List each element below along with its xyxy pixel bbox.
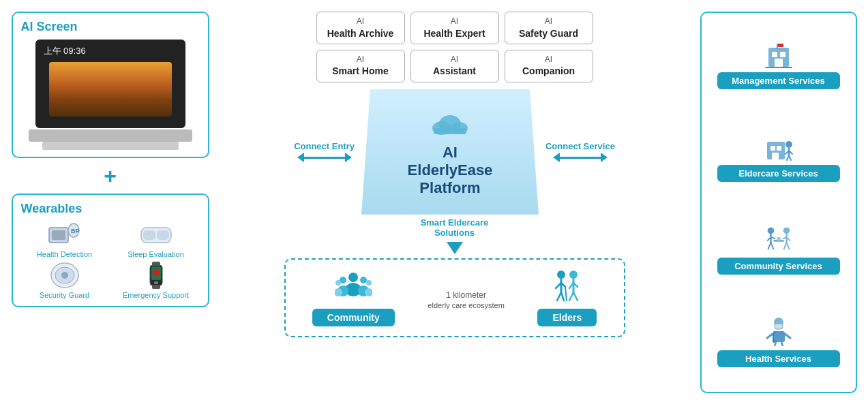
elder-icon xyxy=(548,269,586,303)
feature-name-4: Assistant xyxy=(418,65,492,77)
wearable-label-emergency-support: Emergency Support xyxy=(123,291,189,299)
svg-point-37 xyxy=(569,271,578,279)
svg-line-41 xyxy=(569,292,573,301)
svg-line-35 xyxy=(561,292,564,301)
svg-point-60 xyxy=(767,227,774,234)
ai-features-grid: AI Health Archive AI Health Expert AI Sa… xyxy=(316,12,593,82)
svg-line-59 xyxy=(789,155,791,160)
center-column: AI Health Archive AI Health Expert AI Sa… xyxy=(216,12,693,337)
svg-point-9 xyxy=(61,272,68,279)
down-arrow-wrap xyxy=(447,242,463,254)
feature-box-smart-home: AI Smart Home xyxy=(316,50,405,82)
svg-point-67 xyxy=(783,227,790,234)
svg-line-42 xyxy=(573,292,578,301)
wearable-item-security-guard: Security Guard xyxy=(21,262,108,299)
feature-name-3: Smart Home xyxy=(324,65,398,77)
svg-line-72 xyxy=(786,242,789,249)
svg-point-79 xyxy=(773,340,775,343)
device-time: 上午 09:36 xyxy=(44,45,86,57)
connect-service-text: Connect Service xyxy=(545,141,615,151)
svg-rect-46 xyxy=(775,59,783,67)
feature-name-5: Companion xyxy=(512,65,586,77)
svg-point-30 xyxy=(557,271,565,279)
health-services-icon xyxy=(762,316,796,346)
svg-rect-47 xyxy=(777,44,778,49)
device-stand xyxy=(42,142,179,150)
wearables-grid: BP Health Detection Sleep Evaluatio xyxy=(21,221,200,299)
left-column: AI Screen 上午 09:36 + Wearables xyxy=(12,12,209,307)
connect-entry-arrow xyxy=(297,153,352,162)
sleep-evaluation-icon xyxy=(139,221,173,247)
feature-name-1: Health Expert xyxy=(418,27,492,40)
svg-line-71 xyxy=(783,242,786,249)
svg-rect-44 xyxy=(772,52,777,57)
community-services-button[interactable]: Community Services xyxy=(717,258,840,275)
plus-sign: + xyxy=(12,165,209,187)
arrow-line-right xyxy=(560,157,601,159)
security-guard-icon xyxy=(48,262,82,288)
svg-rect-48 xyxy=(778,44,783,47)
svg-rect-53 xyxy=(772,153,779,159)
svg-line-65 xyxy=(770,242,773,249)
community-button[interactable]: Community xyxy=(312,309,395,326)
wearable-label-security-guard: Security Guard xyxy=(40,291,89,299)
wearable-item-health-detection: BP Health Detection xyxy=(21,221,108,258)
smart-eldercare-label: Smart Eldercare Solutions xyxy=(421,217,489,238)
svg-line-80 xyxy=(775,342,776,346)
arrow-head-left-right xyxy=(345,153,352,162)
svg-point-20 xyxy=(348,273,358,282)
svg-line-36 xyxy=(565,287,567,301)
svg-rect-73 xyxy=(777,237,781,241)
service-item-eldercare: Eldercare Services xyxy=(708,131,849,182)
wearable-label-sleep-evaluation: Sleep Evaluation xyxy=(128,250,184,258)
right-column: Management Services xyxy=(700,12,857,393)
svg-rect-1 xyxy=(52,230,65,240)
elders-svg xyxy=(552,269,582,303)
eco-km-text: 1 kilometer xyxy=(428,286,505,301)
ai-screen-box: AI Screen 上午 09:36 xyxy=(12,12,209,158)
svg-point-54 xyxy=(785,141,792,148)
community-svg xyxy=(335,271,372,301)
connect-entry-text: Connect Entry xyxy=(294,141,355,151)
svg-point-14 xyxy=(153,269,160,276)
management-services-button[interactable]: Management Services xyxy=(717,72,840,89)
svg-rect-6 xyxy=(157,230,169,240)
arrow-head-right-right xyxy=(601,153,608,162)
device-base xyxy=(29,129,192,142)
health-services-button[interactable]: Health Services xyxy=(717,350,840,367)
health-services-svg xyxy=(762,316,796,346)
svg-rect-12 xyxy=(152,285,160,289)
cloud-icon xyxy=(430,110,470,137)
management-icon xyxy=(762,38,796,68)
platform-title: AI ElderlyEase Platform xyxy=(375,144,525,198)
elders-button[interactable]: Elders xyxy=(537,309,597,326)
connect-service-arrow xyxy=(553,153,608,162)
svg-line-64 xyxy=(768,242,770,249)
feature-ai-label-4: AI xyxy=(418,55,492,65)
service-item-health: Health Services xyxy=(708,316,849,367)
feature-box-health-archive: AI Health Archive xyxy=(316,12,405,44)
service-item-community: Community Services xyxy=(708,224,849,275)
ecosystem-box: Community 1 kilometer elderly care ecosy… xyxy=(284,258,625,337)
arrow-line-left xyxy=(304,157,345,159)
arrow-head-right-left xyxy=(553,153,560,162)
community-services-icon xyxy=(762,224,796,253)
emergency-support-icon xyxy=(139,262,173,288)
connect-service-label: Connect Service xyxy=(545,141,615,162)
solutions-label: Solutions xyxy=(434,228,475,238)
svg-rect-51 xyxy=(770,146,775,151)
platform-ai-label: AI xyxy=(443,144,458,161)
svg-point-24 xyxy=(360,277,367,283)
feature-box-assistant: AI Assistant xyxy=(410,50,499,82)
wearables-box: Wearables BP Health Detection xyxy=(12,194,209,307)
svg-point-28 xyxy=(366,280,372,286)
eldercare-services-button[interactable]: Eldercare Services xyxy=(717,165,840,182)
device-screen: 上午 09:36 xyxy=(35,40,185,128)
wearable-item-sleep-evaluation: Sleep Evaluation xyxy=(113,221,200,258)
feature-box-companion: AI Companion xyxy=(505,50,593,82)
eco-km-value: 1 kilometer xyxy=(446,290,486,300)
cloud-icon-wrap xyxy=(430,110,470,140)
svg-rect-5 xyxy=(143,230,155,240)
svg-line-81 xyxy=(781,342,783,346)
wearable-label-health-detection: Health Detection xyxy=(37,250,92,258)
